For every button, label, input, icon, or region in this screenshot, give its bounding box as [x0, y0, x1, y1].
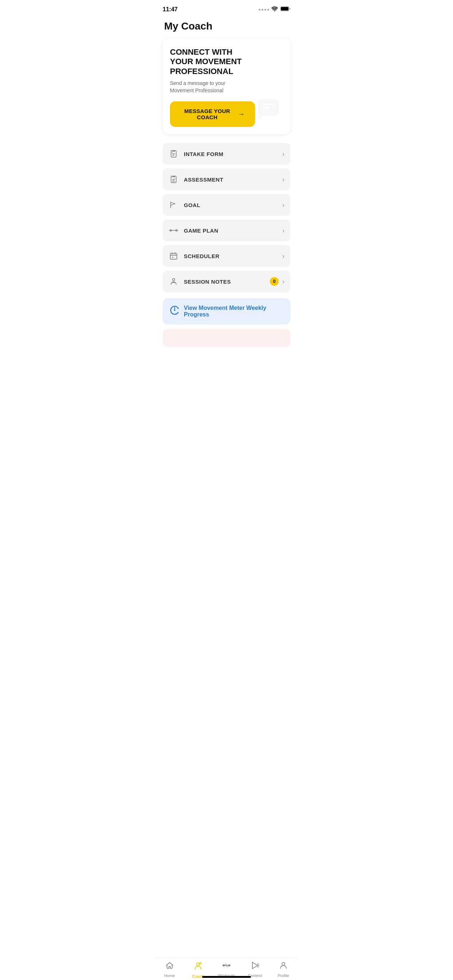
svg-rect-14: [170, 230, 170, 231]
wifi-icon: [271, 6, 278, 13]
page-title: My Coach: [163, 21, 290, 32]
svg-point-8: [172, 153, 172, 153]
chat-decorative-icon: [255, 96, 284, 127]
movement-meter-banner[interactable]: View Movement Meter Weekly Progress: [163, 298, 290, 325]
svg-rect-15: [177, 230, 178, 231]
menu-item-session-notes[interactable]: SESSION NOTES 0 ›: [163, 270, 290, 293]
connect-card-title: CONNECT WITH YOUR MOVEMENT PROFESSIONAL: [170, 48, 255, 76]
svg-rect-16: [170, 253, 177, 259]
goal-label: GOAL: [184, 202, 200, 208]
menu-list: INTAKE FORM › ASSESSMENT ›: [163, 143, 290, 293]
clipboard-icon: [169, 150, 179, 158]
scheduler-label: SCHEDULER: [184, 253, 220, 259]
battery-icon: [280, 6, 290, 13]
movement-meter-icon: [170, 305, 179, 317]
status-time: 11:47: [163, 6, 178, 13]
assessment-label: ASSESSMENT: [184, 177, 223, 183]
connect-card: CONNECT WITH YOUR MOVEMENT PROFESSIONAL …: [163, 39, 290, 134]
chevron-right-icon: ›: [282, 278, 284, 285]
movement-meter-label: View Movement Meter Weekly Progress: [184, 305, 283, 318]
svg-point-21: [172, 278, 175, 281]
message-coach-button[interactable]: MESSAGE YOUR COACH →: [170, 101, 255, 127]
message-coach-label: MESSAGE YOUR COACH: [180, 108, 234, 120]
intake-form-label: INTAKE FORM: [184, 151, 223, 157]
svg-rect-20: [172, 257, 173, 258]
flag-icon: [169, 200, 179, 209]
connect-card-subtitle: Send a message to your Movement Professi…: [170, 80, 249, 94]
menu-item-intake-form[interactable]: INTAKE FORM ›: [163, 143, 290, 165]
game-plan-label: GAME PLAN: [184, 228, 219, 234]
menu-item-assessment[interactable]: ASSESSMENT ›: [163, 169, 290, 190]
calendar-icon: [169, 251, 179, 260]
chevron-right-icon: ›: [282, 201, 284, 209]
status-icons: [258, 6, 290, 13]
pink-banner: [163, 329, 290, 347]
chevron-right-icon: ›: [282, 176, 284, 183]
dumbbell-icon: [169, 226, 179, 235]
chevron-right-icon: ›: [282, 227, 284, 234]
signal-icon: [258, 9, 269, 11]
chevron-right-icon: ›: [282, 150, 284, 158]
menu-item-game-plan[interactable]: GAME PLAN ›: [163, 220, 290, 241]
svg-rect-3: [263, 103, 274, 105]
svg-rect-1: [281, 7, 289, 11]
assessment-icon: [169, 175, 179, 184]
menu-item-scheduler[interactable]: SCHEDULER ›: [163, 245, 290, 267]
chevron-right-icon: ›: [282, 252, 284, 260]
page-content: My Coach CONNECT WITH YOUR MOVEMENT PROF…: [155, 21, 298, 383]
status-bar: 11:47: [155, 0, 298, 16]
session-notes-label: SESSION NOTES: [184, 278, 231, 285]
menu-item-goal[interactable]: GOAL ›: [163, 194, 290, 216]
svg-rect-4: [263, 107, 271, 109]
message-coach-arrow: →: [238, 110, 244, 118]
person-notes-icon: [169, 277, 179, 286]
svg-point-24: [174, 310, 175, 311]
session-notes-badge: 0: [270, 277, 279, 286]
